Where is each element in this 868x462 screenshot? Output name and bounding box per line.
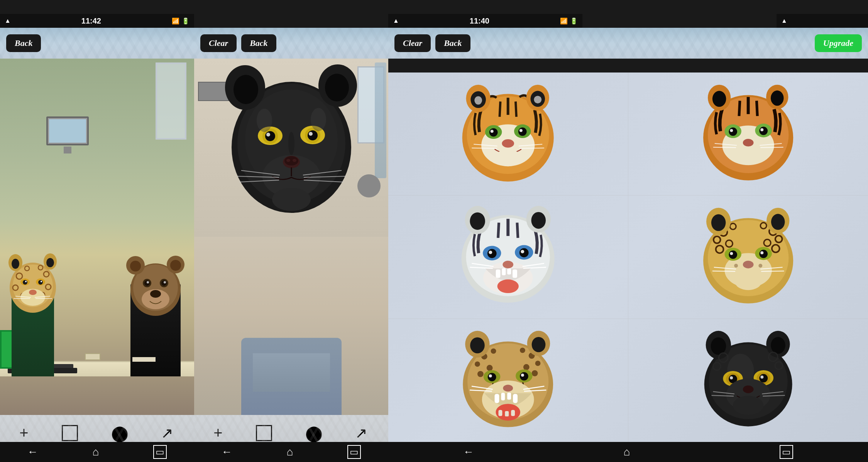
monitor-stand bbox=[64, 147, 71, 153]
svg-point-84 bbox=[518, 127, 527, 136]
svg-point-178 bbox=[487, 365, 493, 371]
share-icon-2: ↗ bbox=[355, 425, 367, 442]
svg-point-105 bbox=[760, 128, 763, 131]
selfie-photo bbox=[194, 59, 388, 415]
svg-point-34 bbox=[150, 290, 161, 298]
upgrade-button[interactable]: Upgrade bbox=[815, 34, 862, 52]
status-bar-3: ▲ 11:39 📶 🔋 bbox=[777, 14, 868, 28]
photo-area-2 bbox=[194, 59, 388, 415]
cheetah-cell[interactable] bbox=[388, 319, 628, 442]
svg-point-130 bbox=[503, 261, 513, 268]
svg-point-129 bbox=[497, 280, 519, 293]
tiger-brown-cell[interactable] bbox=[628, 73, 868, 196]
svg-point-56 bbox=[288, 132, 294, 155]
back-arrow-icon-3[interactable]: ← bbox=[463, 446, 474, 458]
panel-3-content: Clear Back Upgrade bbox=[388, 28, 868, 462]
nav-bar-2: ← ⌂ ▭ bbox=[194, 442, 388, 462]
svg-point-220 bbox=[743, 385, 753, 393]
svg-point-85 bbox=[491, 130, 494, 133]
signal-icon: ▲ bbox=[5, 17, 11, 24]
snow-leopard-cell[interactable] bbox=[388, 196, 628, 319]
home-icon-1[interactable]: ⌂ bbox=[93, 446, 99, 458]
clear-button-3[interactable]: Clear bbox=[394, 34, 431, 52]
clear-button-2[interactable]: Clear bbox=[200, 34, 237, 52]
share-icon-1: ↗ bbox=[161, 425, 173, 442]
wifi-icon-2: 📶 bbox=[560, 17, 568, 25]
status-bar-1: ▲ 11:42 📶 🔋 bbox=[0, 14, 194, 28]
panel-2-content: Clear Back bbox=[194, 28, 388, 462]
panther-face-main bbox=[218, 62, 365, 232]
status-icons-right-1: 📶 🔋 bbox=[172, 17, 190, 25]
svg-point-87 bbox=[502, 139, 514, 148]
svg-point-156 bbox=[743, 261, 753, 268]
home-icon-3[interactable]: ⌂ bbox=[624, 446, 630, 458]
svg-line-89 bbox=[472, 148, 496, 148]
svg-point-152 bbox=[771, 214, 785, 230]
svg-point-155 bbox=[758, 264, 762, 268]
window bbox=[156, 62, 186, 140]
svg-point-162 bbox=[760, 251, 763, 255]
leopard-cell[interactable] bbox=[628, 196, 868, 319]
svg-point-13 bbox=[46, 258, 54, 267]
svg-point-30 bbox=[130, 261, 141, 271]
svg-point-198 bbox=[521, 373, 524, 376]
svg-point-217 bbox=[730, 376, 733, 379]
svg-rect-186 bbox=[501, 393, 505, 400]
svg-point-70 bbox=[257, 109, 272, 132]
office-photo bbox=[0, 59, 194, 415]
svg-rect-187 bbox=[507, 393, 511, 400]
svg-point-12 bbox=[12, 259, 19, 269]
svg-point-196 bbox=[520, 372, 528, 381]
status-bar-2: ▲ 11:40 📶 🔋 bbox=[388, 14, 582, 28]
time-2: 11:40 bbox=[470, 17, 489, 25]
svg-point-177 bbox=[520, 347, 525, 353]
svg-point-106 bbox=[743, 139, 753, 147]
wifi-icon-1: 📶 bbox=[172, 17, 179, 25]
recents-icon-1[interactable]: ▭ bbox=[153, 445, 167, 459]
svg-point-80 bbox=[534, 96, 541, 103]
time-1: 11:42 bbox=[81, 17, 101, 25]
svg-point-159 bbox=[729, 251, 737, 259]
svg-point-53 bbox=[308, 130, 318, 140]
svg-point-99 bbox=[771, 91, 784, 106]
panel-1-content: Back bbox=[0, 28, 194, 462]
svg-rect-128 bbox=[513, 270, 517, 278]
leopard-head-svg bbox=[4, 253, 62, 322]
photo-area-1 bbox=[0, 59, 194, 415]
panel-2: ▲ 11:40 📶 🔋 Clear Back bbox=[194, 14, 388, 462]
svg-point-55 bbox=[309, 132, 313, 136]
svg-point-18 bbox=[23, 280, 27, 285]
papers bbox=[85, 353, 100, 360]
recents-icon-3[interactable]: ▭ bbox=[780, 445, 793, 459]
back-arrow-icon-2[interactable]: ← bbox=[222, 446, 232, 458]
panel-3: ▲ 11:39 📶 🔋 Clear Back Upgrade bbox=[388, 14, 868, 462]
signal-icon-2: ▲ bbox=[393, 17, 399, 24]
svg-point-163 bbox=[735, 273, 761, 290]
bear-head-svg bbox=[125, 253, 186, 322]
svg-line-111 bbox=[760, 147, 783, 148]
svg-point-174 bbox=[535, 361, 541, 366]
recents-icon-2[interactable]: ▭ bbox=[347, 445, 361, 459]
back-arrow-icon-1[interactable]: ← bbox=[27, 446, 38, 458]
animals-grid bbox=[388, 73, 868, 442]
svg-point-172 bbox=[477, 371, 484, 377]
tshirt bbox=[253, 353, 330, 392]
tiger-orange-cell[interactable] bbox=[388, 73, 628, 196]
panther-grid-cell[interactable] bbox=[628, 319, 868, 442]
filters-icon-2: ⬤ bbox=[305, 424, 323, 442]
monitor bbox=[46, 116, 89, 145]
svg-point-79 bbox=[474, 96, 482, 105]
battery-icon-2: 🔋 bbox=[570, 17, 578, 25]
leopard-spot-svg bbox=[640, 202, 856, 312]
svg-point-104 bbox=[730, 129, 733, 132]
home-icon-2[interactable]: ⌂ bbox=[287, 446, 293, 458]
back-button-3[interactable]: Back bbox=[435, 34, 470, 52]
svg-point-107 bbox=[736, 149, 761, 165]
svg-point-221 bbox=[733, 396, 763, 415]
back-button-2[interactable]: Back bbox=[241, 34, 276, 52]
svg-line-91 bbox=[519, 148, 544, 148]
frames-icon-2 bbox=[256, 425, 272, 441]
cheetah-svg bbox=[400, 325, 616, 436]
book bbox=[132, 357, 156, 362]
back-button-1[interactable]: Back bbox=[6, 34, 41, 52]
